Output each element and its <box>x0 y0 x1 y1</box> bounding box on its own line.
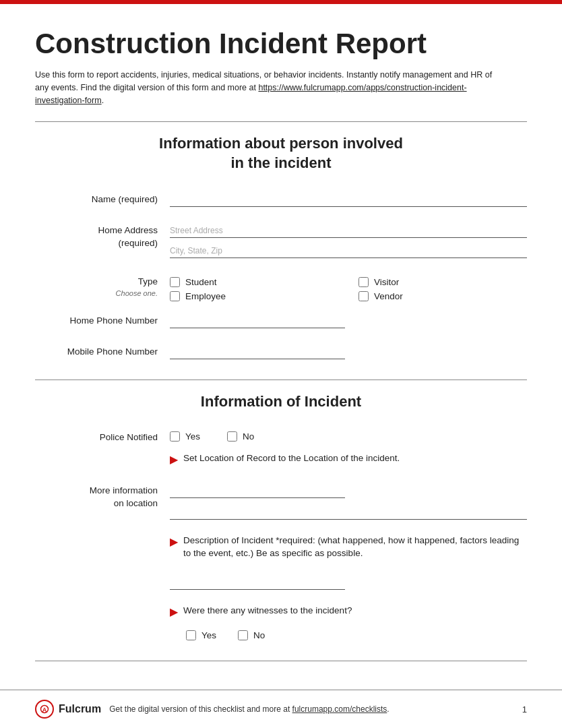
description-text: Use this form to report accidents, injur… <box>35 69 493 107</box>
type-visitor[interactable]: Visitor <box>358 277 527 287</box>
type-employee[interactable]: Employee <box>170 291 338 301</box>
checkbox-witness-no[interactable] <box>238 630 248 640</box>
footer: A Fulcrum Get the digital version of thi… <box>0 690 562 728</box>
witness-yes[interactable]: Yes <box>186 630 216 640</box>
type-student[interactable]: Student <box>170 277 338 287</box>
witnesses-row: ▶ Were there any witnesses to the incide… <box>35 605 527 640</box>
divider-2 <box>35 380 527 380</box>
description-arrow: ▶ Description of Incident *required: (wh… <box>170 535 527 560</box>
fulcrum-icon: A <box>35 700 54 719</box>
section-person: Information about person involvedin the … <box>35 134 527 364</box>
checkbox-visitor[interactable] <box>358 277 369 287</box>
divider-1 <box>35 121 527 122</box>
location-input-1[interactable] <box>170 483 345 498</box>
brand-name: Fulcrum <box>59 703 101 715</box>
checkbox-police-yes[interactable] <box>170 431 180 442</box>
description-arrow-row: ▶ Description of Incident *required: (wh… <box>35 535 527 595</box>
section-incident: Information of Incident Police Notified … <box>35 392 527 640</box>
witness-no[interactable]: No <box>238 630 265 640</box>
type-row: TypeChoose one. Student Visitor Employee <box>35 274 527 301</box>
police-yes[interactable]: Yes <box>170 431 200 442</box>
page-title: Construction Incident Report <box>35 28 527 59</box>
name-row: Name (required) <box>35 192 527 212</box>
mobile-phone-row: Mobile Phone Number <box>35 344 527 365</box>
location-input-2[interactable] <box>170 505 527 520</box>
type-label: TypeChoose one. <box>35 274 170 299</box>
checkbox-student[interactable] <box>170 277 180 287</box>
set-location-arrow: ▶ Set Location of Record to the Location… <box>170 452 527 466</box>
description-input[interactable] <box>170 575 345 590</box>
type-vendor[interactable]: Vendor <box>358 291 527 301</box>
divider-3 <box>35 661 527 661</box>
address-label: Home Address(required) <box>35 223 170 250</box>
name-input[interactable] <box>170 192 527 207</box>
police-label: Police Notified <box>35 430 170 444</box>
checkbox-vendor[interactable] <box>358 291 369 301</box>
page-number: 1 <box>522 704 527 715</box>
mobile-phone-input[interactable] <box>170 344 345 359</box>
arrow-icon-2: ▶ <box>170 535 178 548</box>
address-row: Home Address(required) <box>35 223 527 264</box>
arrow-icon-1: ▶ <box>170 453 178 466</box>
fulcrum-logo: A Fulcrum <box>35 700 101 719</box>
street-input[interactable] <box>170 223 527 238</box>
city-input[interactable] <box>170 243 527 258</box>
mobile-phone-label: Mobile Phone Number <box>35 344 170 359</box>
police-row: Police Notified Yes No <box>35 430 527 444</box>
home-phone-input[interactable] <box>170 313 345 328</box>
checkbox-police-no[interactable] <box>227 431 237 442</box>
location-info-row: More informationon location <box>35 483 527 525</box>
police-no[interactable]: No <box>227 431 254 442</box>
arrow-icon-3: ▶ <box>170 605 178 618</box>
name-label: Name (required) <box>35 192 170 206</box>
home-phone-label: Home Phone Number <box>35 313 170 328</box>
footer-text: Get the digital version of this checklis… <box>109 704 389 714</box>
location-arrow-row: ▶ Set Location of Record to the Location… <box>35 452 527 474</box>
footer-link[interactable]: fulcrumapp.com/checklists <box>292 704 387 714</box>
type-checkbox-grid: Student Visitor Employee Vendor <box>170 277 527 301</box>
section1-title: Information about person involvedin the … <box>35 134 527 173</box>
location-info-label: More informationon location <box>35 483 170 510</box>
checkbox-employee[interactable] <box>170 291 180 301</box>
svg-text:A: A <box>42 706 47 713</box>
checkbox-witness-yes[interactable] <box>186 630 196 640</box>
witnesses-arrow: ▶ Were there any witnesses to the incide… <box>170 605 527 618</box>
section2-title: Information of Incident <box>35 392 527 412</box>
home-phone-row: Home Phone Number <box>35 313 527 334</box>
